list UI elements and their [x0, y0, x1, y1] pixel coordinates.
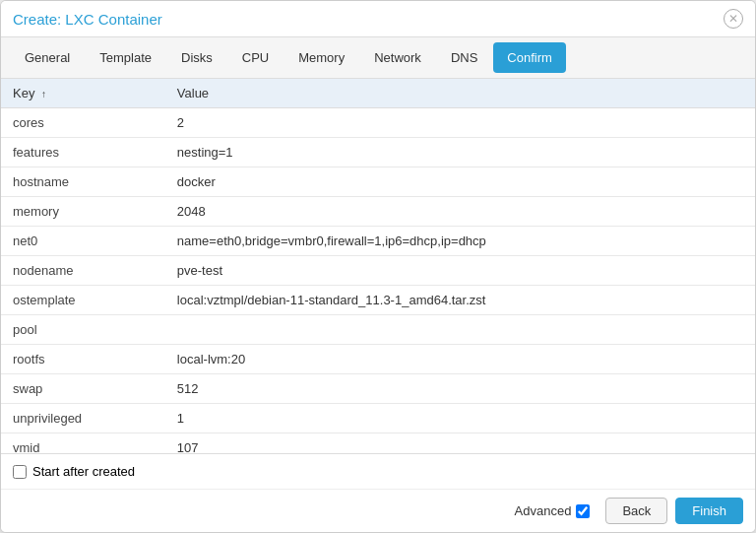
- create-lxc-dialog: Create: LXC Container ✕ General Template…: [0, 0, 756, 533]
- bottom-bar: Advanced Back Finish: [1, 490, 755, 532]
- table-row: unprivileged1: [1, 404, 755, 433]
- table-cell-value: 2: [165, 108, 755, 138]
- table-cell-value: 2048: [165, 197, 755, 227]
- start-after-checkbox[interactable]: [13, 465, 27, 479]
- close-button[interactable]: ✕: [724, 9, 743, 29]
- table-cell-key: net0: [1, 227, 165, 256]
- col-key-header: Key ↑: [1, 79, 165, 108]
- tab-template[interactable]: Template: [86, 42, 165, 73]
- table-cell-key: ostemplate: [1, 286, 165, 315]
- tab-cpu[interactable]: CPU: [228, 42, 283, 73]
- table-cell-key: rootfs: [1, 345, 165, 374]
- table-row: rootfslocal-lvm:20: [1, 345, 755, 374]
- table-cell-value: [165, 315, 755, 345]
- title-bar: Create: LXC Container ✕: [1, 1, 755, 37]
- table-cell-value: name=eth0,bridge=vmbr0,firewall=1,ip6=dh…: [165, 227, 755, 256]
- table-row: hostnamedocker: [1, 167, 755, 197]
- table-cell-key: nodename: [1, 256, 165, 286]
- table-row: swap512: [1, 374, 755, 404]
- start-after-row: Start after created: [1, 454, 755, 490]
- footer: Start after created Advanced Back Finish: [1, 453, 755, 532]
- dialog-title: Create: LXC Container: [13, 11, 162, 28]
- table-cell-key: cores: [1, 108, 165, 138]
- table-cell-key: vmid: [1, 433, 165, 454]
- table-cell-value: nesting=1: [165, 138, 755, 167]
- tab-confirm[interactable]: Confirm: [493, 42, 566, 73]
- tab-memory[interactable]: Memory: [284, 42, 358, 73]
- table-row: nodenamepve-test: [1, 256, 755, 286]
- tab-general[interactable]: General: [11, 42, 84, 73]
- table-row: ostemplatelocal:vztmpl/debian-11-standar…: [1, 286, 755, 315]
- confirm-table: Key ↑ Value cores2featuresnesting=1hostn…: [1, 79, 755, 453]
- table-cell-key: swap: [1, 374, 165, 404]
- finish-button[interactable]: Finish: [675, 498, 743, 524]
- back-button[interactable]: Back: [605, 498, 667, 524]
- advanced-label: Advanced: [515, 503, 591, 518]
- table-cell-key: memory: [1, 197, 165, 227]
- table-row: featuresnesting=1: [1, 138, 755, 167]
- table-cell-key: features: [1, 138, 165, 167]
- main-content: Key ↑ Value cores2featuresnesting=1hostn…: [1, 79, 755, 453]
- table-cell-value: docker: [165, 167, 755, 197]
- sort-arrow-icon: ↑: [41, 89, 46, 100]
- table-cell-value: pve-test: [165, 256, 755, 286]
- col-value-header: Value: [165, 79, 755, 108]
- table-cell-key: hostname: [1, 167, 165, 197]
- table-cell-value: local-lvm:20: [165, 345, 755, 374]
- table-row: pool: [1, 315, 755, 345]
- advanced-checkbox[interactable]: [576, 504, 590, 518]
- table-cell-value: local:vztmpl/debian-11-standard_11.3-1_a…: [165, 286, 755, 315]
- table-cell-key: unprivileged: [1, 404, 165, 433]
- tab-disks[interactable]: Disks: [167, 42, 226, 73]
- table-row: vmid107: [1, 433, 755, 454]
- table-cell-value: 107: [165, 433, 755, 454]
- table-row: memory2048: [1, 197, 755, 227]
- table-row: net0name=eth0,bridge=vmbr0,firewall=1,ip…: [1, 227, 755, 256]
- start-after-label: Start after created: [32, 464, 135, 479]
- table-cell-key: pool: [1, 315, 165, 345]
- tab-network[interactable]: Network: [360, 42, 435, 73]
- table-cell-value: 512: [165, 374, 755, 404]
- tab-bar: General Template Disks CPU Memory Networ…: [1, 37, 755, 79]
- table-row: cores2: [1, 108, 755, 138]
- table-cell-value: 1: [165, 404, 755, 433]
- tab-dns[interactable]: DNS: [437, 42, 491, 73]
